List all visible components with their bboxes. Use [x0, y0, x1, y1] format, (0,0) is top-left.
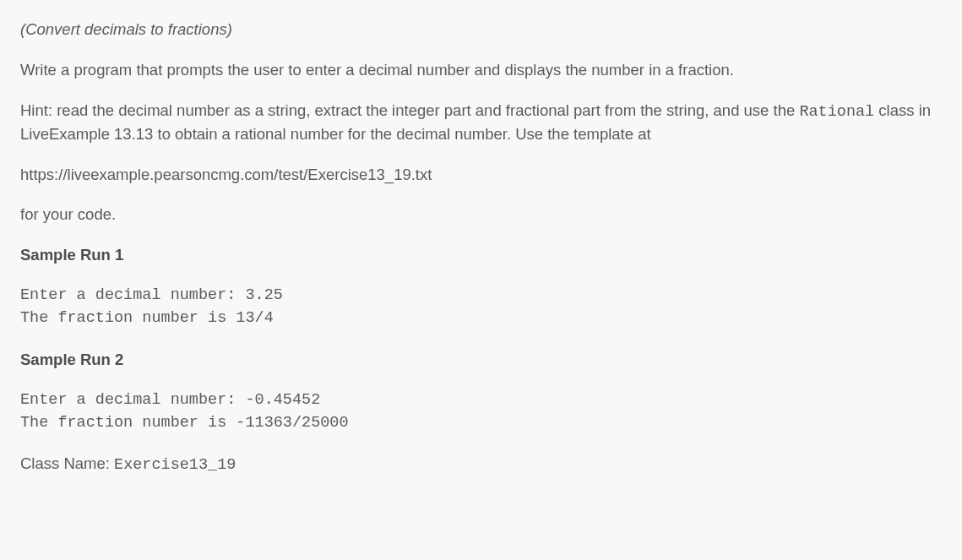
- class-name-label: Class Name:: [20, 454, 114, 472]
- class-name-line: Class Name: Exercise13_19: [20, 453, 942, 476]
- class-name-value: Exercise13_19: [114, 456, 236, 474]
- problem-description: Write a program that prompts the user to…: [20, 59, 942, 81]
- exercise-title: (Convert decimals to fractions): [20, 19, 942, 41]
- sample-run-1-output: Enter a decimal number: 3.25 The fractio…: [20, 285, 942, 330]
- hint-paragraph: Hint: read the decimal number as a strin…: [20, 100, 942, 145]
- template-url: https://liveexample.pearsoncmg.com/test/…: [20, 164, 942, 186]
- hint-text-part1: Hint: read the decimal number as a strin…: [20, 101, 799, 119]
- sample-run-1-heading: Sample Run 1: [20, 244, 942, 266]
- for-code-text: for your code.: [20, 204, 942, 226]
- sample-run-2-output: Enter a decimal number: -0.45452 The fra…: [20, 389, 942, 435]
- rational-class-name: Rational: [799, 103, 874, 121]
- sample-run-2-heading: Sample Run 2: [20, 349, 942, 371]
